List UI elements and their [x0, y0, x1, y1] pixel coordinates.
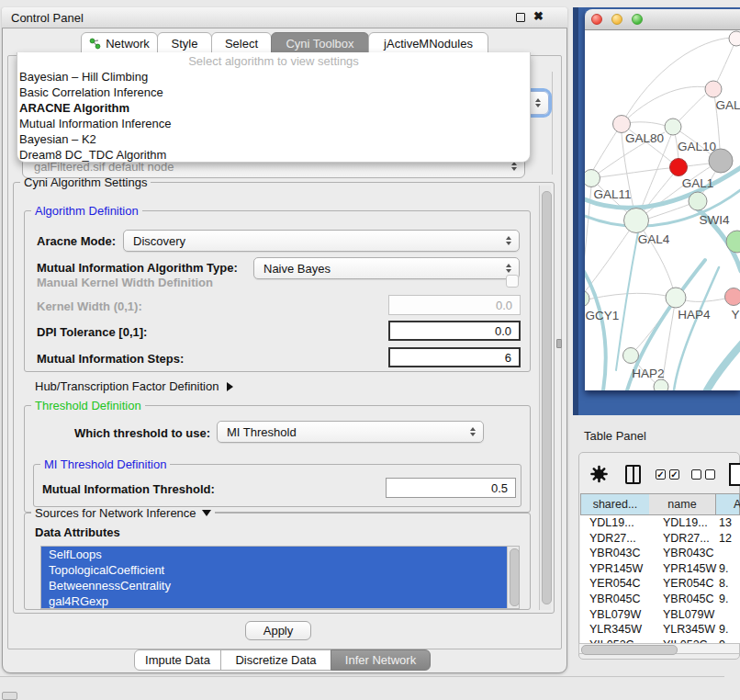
node-gal1[interactable] — [670, 159, 688, 176]
table-row[interactable]: YER054C YER054C 8. — [580, 576, 740, 592]
dropdown-placeholder: Select algorithm to view settings — [17, 52, 530, 69]
table-hscrollbar[interactable] — [578, 643, 740, 654]
tab-cyni-toolbox[interactable]: Cyni Toolbox — [271, 32, 369, 54]
which-threshold-value: MI Threshold — [227, 425, 297, 439]
node-hap2[interactable] — [623, 348, 639, 364]
tab-discretize-data[interactable]: Discretize Data — [220, 649, 331, 671]
cell: YER054C — [663, 577, 714, 590]
mac-minimize-icon[interactable] — [611, 14, 622, 25]
mi-steps-input[interactable]: 6 — [388, 347, 521, 367]
panel-splitter-handle[interactable] — [556, 339, 562, 348]
dropdown-item[interactable]: Basic Correlation Inference — [17, 85, 530, 100]
node-gal11[interactable] — [585, 170, 600, 187]
sources-legend[interactable]: Sources for Network Inference — [31, 507, 215, 519]
column-header-shared[interactable]: shared... — [580, 493, 650, 515]
cell: YBL079W — [663, 608, 714, 621]
network-window-titlebar[interactable] — [585, 9, 740, 30]
data-attributes-list[interactable]: SelfLoops TopologicalCoefficient Between… — [40, 546, 520, 609]
network-node-labels: GAL80 GAL GAL10 GAL1 GAL11 SWI4 GAL4 GCY… — [586, 98, 740, 380]
table-row[interactable]: YLR345W YLR345W 9. — [580, 622, 740, 638]
gear-icon[interactable] — [590, 465, 608, 483]
mac-zoom-icon[interactable] — [632, 14, 643, 25]
node-y[interactable] — [725, 288, 740, 306]
cell: YLR345W — [589, 623, 642, 636]
list-item[interactable]: TopologicalCoefficient — [41, 562, 512, 578]
tab-jactivemnodules[interactable]: jActiveMNodules — [368, 32, 488, 54]
list-item[interactable]: BetweennessCentrality — [41, 578, 512, 593]
settings-scrollbar-thumb[interactable] — [542, 191, 552, 604]
tab-impute-data[interactable]: Impute Data — [134, 649, 221, 671]
close-icon[interactable]: ✖ — [533, 9, 544, 23]
tab-select[interactable]: Select — [211, 32, 272, 54]
expand-arrow-icon — [227, 382, 233, 391]
checked-checkbox-icon[interactable]: ✓ — [669, 469, 679, 480]
cell: 9. — [719, 562, 728, 575]
node-gal80[interactable] — [613, 116, 631, 133]
settings-scrollbar[interactable] — [539, 186, 551, 610]
node[interactable] — [729, 31, 740, 46]
node-label: GAL — [715, 98, 740, 112]
float-window-icon[interactable] — [516, 13, 525, 22]
list-item[interactable]: SelfLoops — [41, 547, 512, 562]
cell: YBL079W — [589, 608, 641, 621]
which-threshold-select[interactable]: MI Threshold — [217, 421, 484, 443]
tab-style[interactable]: Style — [157, 32, 212, 54]
cell: YLR345W — [663, 623, 715, 636]
node-gcy1[interactable] — [585, 290, 589, 307]
mac-close-icon[interactable] — [591, 14, 602, 25]
attributes-scrollbar[interactable] — [507, 547, 519, 608]
list-item[interactable]: gal4RGexp — [41, 593, 512, 609]
table-row[interactable]: YBR045C YBR045C 9. — [580, 592, 740, 607]
node-gal4[interactable] — [624, 209, 649, 233]
manual-kernel-checkbox[interactable] — [506, 275, 519, 288]
collapse-arrow-icon — [202, 510, 211, 516]
unchecked-checkbox-icon[interactable] — [691, 469, 701, 480]
column-header-partial[interactable]: A — [715, 493, 740, 515]
hub-definition-toggle[interactable]: Hub/Transcription Factor Definition — [35, 379, 233, 393]
chevron-updown-icon — [511, 162, 517, 171]
kernel-width-input[interactable]: 0.0 — [388, 295, 521, 315]
cell: YDR27... — [663, 532, 710, 545]
table-row[interactable]: YDL19... YDL19... 13 — [580, 515, 740, 531]
dropdown-item[interactable]: Mutual Information Inference — [17, 116, 530, 131]
aracne-mode-select[interactable]: Discovery — [123, 230, 520, 252]
bottom-divider — [0, 676, 724, 677]
node-table[interactable]: YDL19... YDL19... 13 YDR27... YDR27... 1… — [580, 515, 740, 644]
node-label: GAL80 — [625, 131, 664, 145]
kernel-width-label: Kernel Width (0,1): — [37, 299, 142, 313]
mi-type-label: Mutual Information Algorithm Type: — [37, 261, 238, 275]
attributes-scrollbar-thumb[interactable] — [510, 548, 520, 606]
node-gal[interactable] — [705, 81, 722, 97]
columns-icon[interactable] — [625, 465, 641, 484]
table-row[interactable]: YBL079W YBL079W — [580, 607, 740, 623]
dpi-tolerance-input[interactable]: 0.0 — [388, 321, 521, 341]
dropdown-item[interactable]: Dream8 DC_TDC Algorithm — [17, 147, 530, 163]
control-panel-titlebar[interactable] — [2, 7, 567, 28]
node[interactable] — [654, 379, 668, 390]
document-icon[interactable] — [729, 463, 740, 486]
node-big-green[interactable] — [726, 231, 740, 253]
tab-label: Impute Data — [145, 653, 210, 667]
table-row[interactable]: YPR145W YPR145W 9. — [580, 561, 740, 577]
table-row[interactable]: YBR043C YBR043C — [580, 546, 740, 561]
tab-network[interactable]: Network — [81, 32, 158, 54]
unchecked-checkbox-icon[interactable] — [705, 469, 715, 480]
node-gal10[interactable] — [665, 119, 681, 135]
mi-type-select[interactable]: Naive Bayes — [253, 257, 520, 279]
column-header-name[interactable]: name — [649, 493, 716, 515]
mi-threshold-input[interactable]: 0.5 — [386, 478, 516, 498]
sources-legend-label: Sources for Network Inference — [35, 507, 196, 519]
dropdown-item[interactable]: Bayesian – K2 — [17, 131, 530, 147]
node-swi4[interactable] — [689, 192, 707, 210]
dropdown-item[interactable]: Bayesian – Hill Climbing — [17, 69, 530, 85]
dropdown-item-selected[interactable]: ARACNE Algorithm — [17, 100, 530, 116]
network-canvas[interactable]: GAL80 GAL GAL10 GAL1 GAL11 SWI4 GAL4 GCY… — [585, 30, 740, 390]
checked-checkbox-icon[interactable]: ✓ — [656, 469, 666, 480]
apply-button[interactable]: Apply — [245, 621, 311, 640]
table-hscrollbar-thumb[interactable] — [581, 645, 678, 655]
tab-infer-network[interactable]: Infer Network — [331, 649, 431, 671]
table-row[interactable]: YDR27... YDR27... 12 — [580, 531, 740, 547]
node-hap4[interactable] — [666, 288, 686, 308]
corner-button[interactable] — [2, 692, 17, 700]
network-graph: GAL80 GAL GAL10 GAL1 GAL11 SWI4 GAL4 GCY… — [585, 30, 740, 390]
